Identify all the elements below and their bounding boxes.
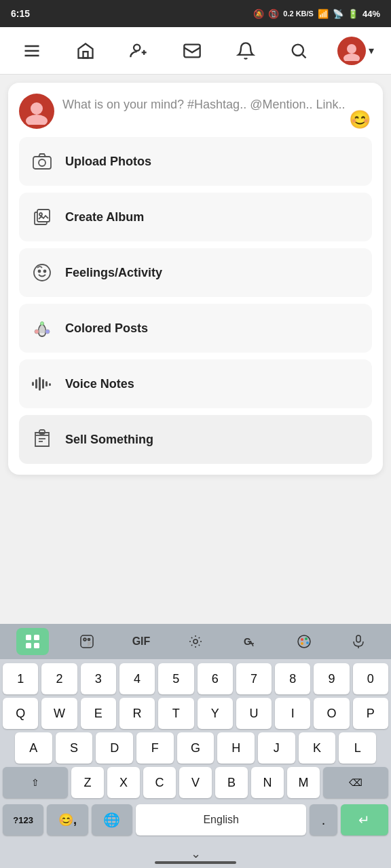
voice-notes-icon [30, 372, 54, 396]
key-z[interactable]: Z [71, 767, 104, 798]
emoji-button[interactable]: 😊 [348, 107, 372, 132]
battery-icon: 🔋 [348, 9, 358, 19]
key-l[interactable]: L [339, 732, 376, 764]
svg-rect-37 [81, 635, 93, 648]
key-h[interactable]: H [217, 732, 255, 764]
mic-toolbar-btn[interactable] [342, 628, 375, 655]
svg-point-15 [39, 159, 45, 166]
settings-toolbar-btn[interactable] [179, 628, 212, 655]
post-placeholder[interactable]: What is on your mind? #Hashtag.. @Mentio… [62, 94, 372, 113]
notifications-button[interactable] [231, 36, 261, 66]
key-w[interactable]: W [41, 698, 77, 729]
globe-key[interactable]: 🌐 [92, 804, 132, 835]
translate-toolbar-btn[interactable]: G [234, 628, 266, 655]
sell-something-item[interactable]: Sell Something [19, 415, 372, 464]
key-d[interactable]: D [96, 732, 133, 764]
key-p[interactable]: P [353, 698, 388, 729]
key-v[interactable]: V [179, 767, 212, 798]
key-k[interactable]: K [299, 732, 336, 764]
messages-button[interactable] [177, 36, 207, 66]
svg-rect-29 [42, 379, 44, 389]
shift-key[interactable]: ⇧ [3, 767, 68, 798]
key-a[interactable]: A [15, 732, 52, 764]
key-5[interactable]: 5 [158, 663, 193, 694]
post-input-area: What is on your mind? #Hashtag.. @Mentio… [19, 94, 372, 137]
enter-key[interactable]: ↵ [341, 804, 388, 835]
key-s[interactable]: S [56, 732, 93, 764]
key-c[interactable]: C [143, 767, 176, 798]
key-8[interactable]: 8 [275, 663, 310, 694]
svg-rect-14 [33, 157, 51, 169]
key-9[interactable]: 9 [314, 663, 349, 694]
chevron-down-icon[interactable]: ⌄ [191, 846, 201, 861]
asdf-row: A S D F G H J K L [3, 732, 388, 764]
key-y[interactable]: Y [198, 698, 233, 729]
key-7[interactable]: 7 [236, 663, 272, 694]
key-n[interactable]: N [251, 767, 284, 798]
svg-point-13 [26, 115, 48, 125]
camera-icon [30, 149, 54, 174]
home-button[interactable] [71, 36, 100, 66]
status-icons: 🔕 📵 0.2 KB/S 📶 📡 🔋 44% [253, 9, 380, 19]
add-friend-button[interactable] [124, 36, 153, 66]
user-avatar [19, 94, 54, 129]
svg-point-43 [301, 638, 303, 641]
key-q[interactable]: Q [3, 698, 38, 729]
svg-point-25 [41, 322, 44, 326]
key-b[interactable]: B [215, 767, 248, 798]
svg-rect-47 [356, 635, 360, 642]
keyboard-rows: 1 2 3 4 5 6 7 8 9 0 Q W E R T Y U I O P … [0, 659, 391, 804]
backspace-key[interactable]: ⌫ [323, 767, 388, 798]
create-album-label: Create Album [65, 210, 144, 224]
key-3[interactable]: 3 [81, 663, 116, 694]
symbols-key[interactable]: ?123 [3, 804, 43, 835]
key-0[interactable]: 0 [353, 663, 388, 694]
key-t[interactable]: T [158, 698, 193, 729]
stickers-toolbar-btn[interactable] [71, 628, 103, 655]
dot-key[interactable]: . [310, 804, 337, 835]
nav-bar: ▾ [0, 27, 391, 75]
voice-notes-item[interactable]: Voice Notes [19, 359, 372, 408]
profile-area[interactable]: ▾ [337, 37, 374, 65]
key-u[interactable]: U [236, 698, 272, 729]
colored-posts-item[interactable]: Colored Posts [19, 304, 372, 353]
svg-rect-30 [45, 381, 48, 387]
dropdown-icon: ▾ [369, 44, 374, 57]
svg-point-23 [35, 330, 39, 334]
chevron-bar: ⌄ [0, 842, 391, 868]
svg-point-21 [44, 271, 46, 273]
menu-button[interactable] [17, 36, 47, 66]
svg-point-19 [34, 264, 50, 281]
emoji-comma-key[interactable]: 😊, [47, 804, 88, 835]
svg-point-40 [193, 639, 198, 644]
search-button[interactable] [284, 36, 314, 66]
mute-icon: 🔕 [253, 9, 264, 19]
feelings-activity-item[interactable]: Feelings/Activity [19, 248, 372, 297]
status-bar: 6:15 🔕 📵 0.2 KB/S 📶 📡 🔋 44% [0, 0, 391, 27]
svg-rect-36 [34, 643, 39, 648]
key-6[interactable]: 6 [198, 663, 233, 694]
key-x[interactable]: X [107, 767, 140, 798]
wifi-icon: 📶 [318, 9, 329, 19]
key-m[interactable]: M [287, 767, 320, 798]
key-2[interactable]: 2 [41, 663, 77, 694]
key-g[interactable]: G [177, 732, 215, 764]
palette-toolbar-btn[interactable] [288, 628, 320, 655]
key-j[interactable]: J [258, 732, 295, 764]
key-e[interactable]: E [81, 698, 116, 729]
apps-toolbar-btn[interactable] [16, 628, 49, 655]
svg-point-12 [31, 102, 43, 115]
key-o[interactable]: O [314, 698, 349, 729]
battery-percent: 44% [362, 9, 380, 19]
upload-photos-item[interactable]: Upload Photos [19, 137, 372, 186]
key-4[interactable]: 4 [119, 663, 155, 694]
gif-toolbar-btn[interactable]: GIF [125, 628, 157, 655]
sell-something-label: Sell Something [65, 433, 153, 447]
create-album-item[interactable]: Create Album [19, 193, 372, 241]
key-r[interactable]: R [119, 698, 155, 729]
avatar [337, 37, 366, 65]
key-i[interactable]: I [275, 698, 310, 729]
space-key[interactable]: English [136, 804, 306, 835]
key-1[interactable]: 1 [3, 663, 38, 694]
key-f[interactable]: F [136, 732, 174, 764]
